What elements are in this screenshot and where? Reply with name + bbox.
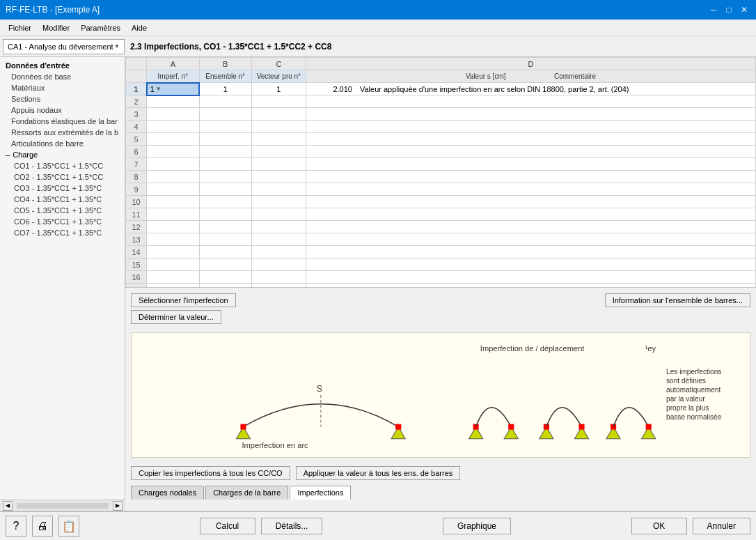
cell-c[interactable]: 1 [251,83,306,95]
table-row[interactable]: 2 [126,95,756,108]
tab-charges-nodales[interactable]: Charges nodales [131,486,204,500]
cell-b[interactable] [199,233,251,246]
table-row[interactable]: 14 [126,246,756,259]
cell-b[interactable] [199,95,251,108]
cell-b[interactable] [199,246,251,259]
graphique-button[interactable]: Graphique [443,518,511,534]
menu-aide[interactable]: Aide [126,22,152,33]
cell-a[interactable] [147,284,199,288]
cell-d-combined[interactable] [306,271,755,284]
cell-b[interactable] [199,121,251,133]
table-row[interactable]: 9 [126,183,756,196]
sidebar-charge-group[interactable]: – Charge [0,149,125,160]
cell-b[interactable] [199,196,251,208]
table-row[interactable]: 11 [126,208,756,221]
details-button[interactable]: Détails... [261,518,323,534]
cell-c[interactable] [251,183,306,196]
cell-a[interactable] [147,183,199,196]
cell-c[interactable] [251,233,306,246]
cell-a[interactable] [147,121,199,133]
analysis-dropdown[interactable]: CA1 - Analyse du déversement ▼ [3,39,125,54]
help-icon-button[interactable]: ? [6,516,26,537]
sidebar-co1[interactable]: CO1 - 1.35*CC1 + 1.5*CC [0,160,125,171]
cell-b[interactable]: 1 [199,83,251,95]
sidebar-item-articulations[interactable]: Articulations de barre [0,138,125,149]
cell-c[interactable] [251,246,306,259]
cell-b[interactable] [199,171,251,183]
cell-d-combined[interactable] [306,246,755,259]
tab-charges-barre[interactable]: Charges de la barre [205,486,288,500]
cell-b[interactable] [199,158,251,171]
menu-fichier[interactable]: Fichier [3,22,37,33]
cell-d-combined[interactable] [306,108,755,121]
cell-d-combined[interactable] [306,259,755,271]
sidebar-item-fondations[interactable]: Fondations élastiques de la bar [0,116,125,127]
print-icon-button[interactable]: 🖨 [32,516,53,537]
table-row[interactable]: 6 [126,146,756,158]
cell-b[interactable] [199,221,251,233]
sidebar-scrollbar[interactable]: ◀ ▶ [0,500,125,511]
sidebar-co3[interactable]: CO3 - 1.35*CC1 + 1.35*C [0,183,125,194]
ok-button[interactable]: OK [631,518,687,534]
menu-parametres[interactable]: Paramètres [75,22,126,33]
sidebar-item-materiaux[interactable]: Matériaux [0,82,125,93]
cell-c[interactable] [251,259,306,271]
cell-c[interactable] [251,133,306,146]
cell-a[interactable] [147,196,199,208]
cell-b[interactable] [199,259,251,271]
cell-a[interactable] [147,171,199,183]
cell-c[interactable] [251,95,306,108]
table-row[interactable]: 12 [126,221,756,233]
cell-b[interactable] [199,271,251,284]
cell-a[interactable] [147,133,199,146]
tab-imperfections[interactable]: Imperfections [290,486,351,500]
copy-imperfections-button[interactable]: Copier les imperfections à tous les CC/C… [131,466,290,480]
cell-b[interactable] [199,133,251,146]
menu-modifier[interactable]: Modifier [37,22,75,33]
table-row[interactable]: 3 [126,108,756,121]
cell-c[interactable] [251,221,306,233]
cell-a[interactable] [147,233,199,246]
cell-b[interactable] [199,146,251,158]
table-row[interactable]: 13 [126,233,756,246]
table-row[interactable]: 10 [126,196,756,208]
grid-area[interactable]: A B C D Imperf. n° Ensemble n° Vecteur p… [125,57,756,288]
cell-c[interactable] [251,108,306,121]
close-button[interactable]: ✕ [738,3,750,16]
sidebar-item-donnees-base[interactable]: Données de base [0,71,125,82]
cell-a[interactable] [147,108,199,121]
sidebar-item-ressorts[interactable]: Ressorts aux extrémités de la b [0,127,125,138]
cancel-button[interactable]: Annuler [693,518,750,534]
table-row[interactable]: 1 1 ▼ 1 1 2.010 Valeur appliquée d'une i… [126,83,756,95]
cell-a[interactable] [147,246,199,259]
minimize-button[interactable]: ─ [707,3,720,16]
cell-d-combined[interactable] [306,221,755,233]
cell-d-combined[interactable] [306,183,755,196]
cell-c[interactable] [251,284,306,288]
info-ensemble-button[interactable]: Information sur l'ensemble de barres... [605,293,750,307]
apply-value-button[interactable]: Appliquer la valeur à tous les ens. de b… [296,466,461,480]
sidebar-co6[interactable]: CO6 - 1.35*CC1 + 1.35*C [0,216,125,227]
sidebar-item-sections[interactable]: Sections [0,93,125,105]
table-row[interactable]: 15 [126,259,756,271]
scroll-left-arrow[interactable]: ◀ [3,501,13,511]
cell-b[interactable] [199,284,251,288]
cell-c[interactable] [251,271,306,284]
sidebar-co7[interactable]: CO7 - 1.35*CC1 + 1.35*C [0,227,125,238]
cell-c[interactable] [251,171,306,183]
cell-b[interactable] [199,108,251,121]
cell-b[interactable] [199,208,251,221]
calcul-button[interactable]: Calcul [200,518,255,534]
cell-d-combined[interactable] [306,158,755,171]
table-row[interactable]: 4 [126,121,756,133]
sidebar-co4[interactable]: CO4 - 1.35*CC1 + 1.35*C [0,194,125,205]
cell-d-combined[interactable] [306,121,755,133]
cell-a[interactable] [147,158,199,171]
cell-b[interactable] [199,183,251,196]
cell-c[interactable] [251,158,306,171]
cell-d-combined[interactable] [306,171,755,183]
scroll-right-arrow[interactable]: ▶ [113,501,123,511]
cell-d-combined[interactable] [306,233,755,246]
cell-a[interactable] [147,146,199,158]
scroll-track[interactable] [17,503,109,509]
